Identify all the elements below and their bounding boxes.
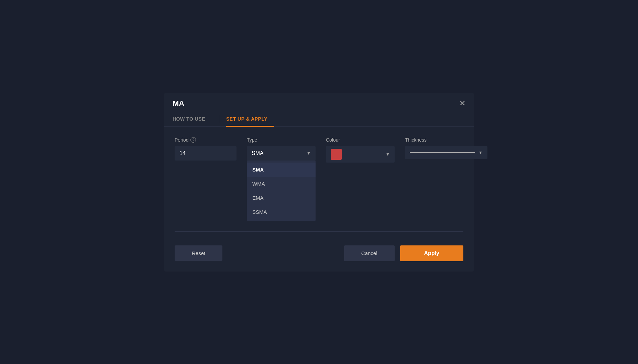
thickness-label: Thickness [405,137,487,143]
dropdown-item-ema[interactable]: EMA [247,191,316,205]
dropdown-item-ssma[interactable]: SSMA [247,205,316,219]
cancel-button[interactable]: Cancel [344,245,395,261]
close-button[interactable]: ✕ [459,100,465,107]
colour-label: Colour [326,137,395,143]
colour-group: Colour ▼ [326,137,395,163]
period-group: Period ? [175,137,236,161]
tabs-container: HOW TO USE SET UP & APPLY [164,111,474,127]
type-select[interactable]: SMA ▼ [247,146,316,161]
tab-set-up-apply[interactable]: SET UP & APPLY [226,111,274,126]
type-select-wrapper: SMA ▼ SMA WMA EMA [247,146,316,161]
type-selected-value: SMA [252,150,264,156]
footer-right-buttons: Cancel Apply [344,245,463,261]
type-group: Type SMA ▼ SMA WMA [247,137,316,161]
thickness-group: Thickness ▼ [405,137,487,159]
thickness-wrapper: ▼ [405,146,487,159]
period-help-icon[interactable]: ? [190,137,196,143]
reset-button[interactable]: Reset [175,245,222,261]
dropdown-item-sma[interactable]: SMA [247,163,316,177]
modal-footer: Reset Cancel Apply [164,239,474,268]
period-label: Period ? [175,137,236,143]
thickness-dropdown-arrow: ▼ [478,150,483,155]
colour-select[interactable]: ▼ [326,146,395,163]
tab-how-to-use[interactable]: HOW TO USE [173,111,212,126]
apply-button[interactable]: Apply [400,245,463,261]
modal-title: MA [173,99,184,108]
thickness-line [410,152,475,153]
colour-dropdown-arrow: ▼ [386,152,390,157]
modal-body: Period ? Type SMA ▼ [164,127,474,239]
colour-wrapper: ▼ [326,146,395,163]
content-divider [175,231,463,232]
modal-header: MA ✕ [164,93,474,108]
type-dropdown: SMA WMA EMA SSMA [247,161,316,221]
tab-divider [219,115,219,123]
modal-container: MA ✕ HOW TO USE SET UP & APPLY Period ? [164,93,474,272]
dropdown-item-wma[interactable]: WMA [247,177,316,191]
type-label: Type [247,137,316,143]
fields-row: Period ? Type SMA ▼ [175,137,463,163]
period-input[interactable] [175,146,236,161]
type-dropdown-arrow: ▼ [307,151,311,156]
thickness-select[interactable]: ▼ [405,146,487,159]
colour-swatch [331,149,342,160]
